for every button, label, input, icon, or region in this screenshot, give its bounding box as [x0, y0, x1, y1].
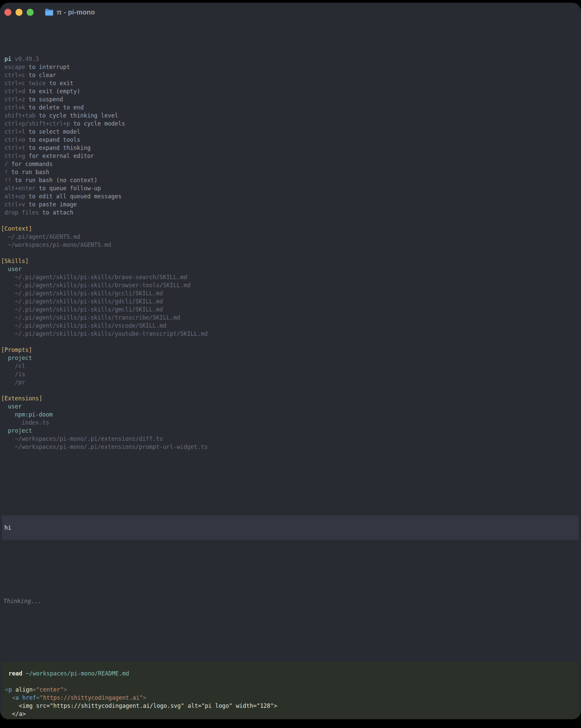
- terminal-line: ctrl+o to expand tools: [1, 136, 581, 144]
- terminal-line: ctrl+c twice to exit: [1, 79, 581, 87]
- spacer: [1, 629, 581, 638]
- terminal-line: [1, 216, 581, 225]
- terminal-line: read ~/workspaces/pi-mono/README.md: [5, 669, 575, 677]
- terminal-line: [Prompts]: [1, 346, 581, 354]
- terminal-line: </p>: [5, 718, 575, 719]
- terminal-line: <p align="center">: [5, 685, 575, 694]
- terminal-line: ~/.pi/agent/skills/pi-skills/vscode/SKIL…: [1, 321, 581, 330]
- terminal-line: </a>: [5, 710, 575, 718]
- close-button[interactable]: [4, 9, 11, 16]
- terminal-line: ctrl+p/shift+ctrl+p to cycle models: [1, 120, 581, 128]
- terminal-line: project: [1, 426, 581, 435]
- terminal-line: ~/workspaces/pi-mono/.pi/extensions/prom…: [1, 443, 581, 451]
- terminal-line: index.ts: [1, 419, 581, 426]
- terminal-window: π - pi-mono pi v0.49.3 escape to interru…: [0, 3, 581, 719]
- terminal-line: ! to run bash: [1, 168, 581, 176]
- user-message-text: hi: [4, 524, 11, 531]
- terminal-line: <img src="https://shittycodingagent.ai/l…: [5, 702, 575, 710]
- terminal-line: drop files to attach: [1, 208, 581, 216]
- terminal-line: ctrl+l to select model: [1, 128, 581, 136]
- terminal-line: ~/.pi/agent/skills/pi-skills/youtube-tra…: [1, 330, 581, 338]
- terminal-line: ~/workspaces/pi-mono/AGENTS.md: [1, 241, 581, 249]
- tool-call-read-block: read ~/workspaces/pi-mono/README.md<p al…: [2, 662, 579, 719]
- terminal-line: project: [1, 354, 581, 362]
- spacer: [1, 564, 581, 573]
- terminal-line: ctrl+t to expand thinking: [1, 144, 581, 152]
- terminal-line: [5, 677, 575, 685]
- terminal-line: ctrl+v to paste image: [1, 200, 581, 208]
- terminal-line: [Context]: [1, 225, 581, 233]
- terminal-line: [1, 386, 581, 394]
- terminal-line: [1, 338, 581, 346]
- terminal-line: pi v0.49.3: [1, 55, 581, 63]
- terminal-line: ctrl+k to delete to end: [1, 103, 581, 111]
- terminal-line: [Extensions]: [1, 394, 581, 402]
- terminal-line: ~/.pi/agent/AGENTS.md: [1, 233, 581, 241]
- terminal-line: [Skills]: [1, 257, 581, 265]
- terminal-line: ~/.pi/agent/skills/pi-skills/brave-searc…: [1, 273, 581, 281]
- terminal-line: ~/workspaces/pi-mono/.pi/extensions/diff…: [1, 435, 581, 443]
- terminal-line: /is: [1, 370, 581, 378]
- terminal-line: shift+tab to cycle thinking level: [1, 111, 581, 120]
- terminal-line: / for commands: [1, 160, 581, 168]
- terminal-line: alt+up to edit all queued messages: [1, 192, 581, 200]
- terminal-line: ~/.pi/agent/skills/pi-skills/gdcli/SKILL…: [1, 297, 581, 305]
- terminal-line: escape to interrupt: [1, 63, 581, 71]
- terminal-line: ~/.pi/agent/skills/pi-skills/gccli/SKILL…: [1, 289, 581, 297]
- user-message: hi: [2, 516, 579, 540]
- terminal-line: alt+enter to queue follow-up: [1, 184, 581, 192]
- minimize-button[interactable]: [16, 9, 23, 16]
- terminal-line: ~/.pi/agent/skills/pi-skills/transcribe/…: [1, 313, 581, 321]
- terminal-line: ~/.pi/agent/skills/pi-skills/browser-too…: [1, 281, 581, 289]
- window-titlebar[interactable]: π - pi-mono: [0, 3, 581, 22]
- terminal-line: /cl: [1, 362, 581, 370]
- terminal-line: ctrl+d to exit (empty): [1, 87, 581, 95]
- terminal-line: npm:pi-doom: [1, 411, 581, 419]
- terminal-line: <a href="https://shittycodingagent.ai">: [5, 694, 575, 702]
- zoom-button[interactable]: [27, 9, 34, 16]
- terminal-line: [1, 249, 581, 257]
- thinking-indicator: Thinking...: [1, 597, 581, 605]
- terminal-line: ctrl+c to clear: [1, 71, 581, 79]
- terminal-line: user: [1, 402, 581, 411]
- folder-icon: [45, 8, 54, 16]
- terminal-content: pi v0.49.3 escape to interrupt ctrl+c to…: [0, 22, 581, 719]
- startup-info: pi v0.49.3 escape to interrupt ctrl+c to…: [1, 55, 581, 451]
- window-title: π - pi-mono: [57, 8, 95, 16]
- terminal-line: ctrl+g for external editor: [1, 152, 581, 160]
- terminal-line: user: [1, 265, 581, 273]
- terminal-line: !! to run bash (no context): [1, 176, 581, 184]
- terminal-line: ctrl+z to suspend: [1, 95, 581, 103]
- spacer: [1, 475, 581, 491]
- terminal-line: /pr: [1, 378, 581, 386]
- terminal-line: ~/.pi/agent/skills/pi-skills/gmcli/SKILL…: [1, 305, 581, 313]
